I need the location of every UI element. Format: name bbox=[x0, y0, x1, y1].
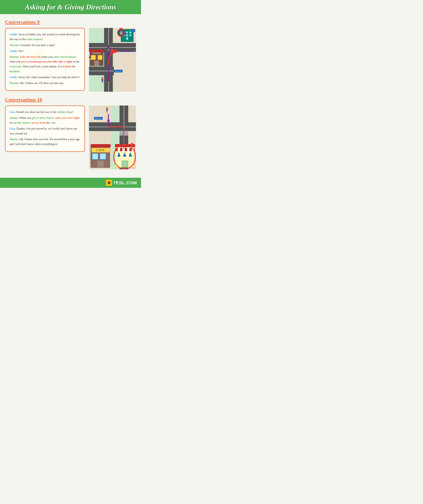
speaker-jimmy-1: Jimmy bbox=[10, 116, 18, 120]
section-9: Cindy: Sorry to bother you, but would yo… bbox=[5, 28, 136, 92]
speaker-cindy-1: Cindy bbox=[10, 33, 17, 36]
speaker-lisa-1: Lisa bbox=[10, 110, 15, 114]
footer: 🎓 7ESL.COM bbox=[0, 178, 141, 188]
cafe-window-1 bbox=[92, 153, 98, 160]
hospital-door bbox=[126, 37, 128, 40]
conv9-line-2: Martin: Certainly. Do you have a map? bbox=[10, 43, 80, 48]
footer-icon-symbol: 🎓 bbox=[107, 181, 111, 185]
zebra-crossing bbox=[119, 131, 128, 136]
restaurant-building: Restaurant 🧑 bbox=[90, 51, 103, 66]
map-1-area: + 📍 🚆 Restaurant 🧑 bbox=[89, 28, 136, 92]
conv10-line-4: Jimmy: Oh, I know how you feel. We moved… bbox=[10, 137, 80, 147]
train-circle: 🚆 bbox=[117, 29, 125, 37]
steven-st-sign-2: Steven St. bbox=[94, 117, 103, 120]
page-header: Asking for & Giving Directions bbox=[0, 0, 141, 14]
waiter-icon: 🧑 bbox=[89, 56, 92, 60]
conv10-line-3: Lisa: Thanks! I've just moved in, so I r… bbox=[10, 126, 80, 136]
conv9-line-4: Martin: Take the first left when you ent… bbox=[10, 54, 80, 74]
dash-v bbox=[108, 28, 109, 92]
main-content: 7 Conversations 9 Cindy: Sorry to bother… bbox=[0, 14, 141, 178]
conv9-line-5: Cindy: Sorry, but I don't remember. Can … bbox=[10, 75, 80, 80]
m2-dash-h bbox=[89, 127, 136, 127]
speaker-martin-1: Martin bbox=[10, 43, 18, 47]
footer-text: 7ESL.COM bbox=[113, 180, 137, 186]
cafe-window-2 bbox=[100, 153, 106, 160]
speaker-jimmy-2: Jimmy bbox=[10, 138, 18, 141]
conv9-line-6: Martin: OK. Follow me. I'll show you the… bbox=[10, 81, 80, 86]
block-bl bbox=[114, 76, 136, 92]
steven-st-sign-1: Steven St. bbox=[114, 70, 123, 72]
rest-window-2 bbox=[98, 55, 102, 60]
speaker-lisa-2: Lisa bbox=[10, 127, 15, 130]
conv9-line-3: Cindy: Yes! bbox=[10, 49, 80, 54]
rest-window-1 bbox=[91, 55, 96, 60]
clothes-shop-area: 📍 👗 👗 👗 bbox=[115, 146, 134, 168]
page-title: Asking for & Giving Directions bbox=[5, 3, 136, 11]
restaurant-sign: Restaurant bbox=[90, 52, 103, 54]
speaker-martin-3: Martin bbox=[10, 82, 18, 85]
conv10-line-2: Jimmy: When you get to Steve Street, tak… bbox=[10, 116, 80, 125]
footer-icon: 🎓 bbox=[106, 180, 112, 186]
speaker-cindy-2: Cindy bbox=[10, 49, 17, 53]
person-cindy: 🧍‍♀️ bbox=[99, 77, 106, 83]
speaker-martin-2: Martin bbox=[10, 55, 18, 59]
section-10: Lisa: Would you show me the way to the c… bbox=[5, 106, 136, 169]
footer-logo: 🎓 7ESL.COM bbox=[106, 180, 137, 186]
cafe-roof bbox=[91, 144, 111, 147]
section-10-title: Conversations 10 bbox=[5, 97, 136, 102]
map-2-area: Steven St. 🧍‍♀️ CAFE bbox=[89, 106, 136, 169]
cafe-door bbox=[97, 161, 104, 167]
dash-h-top bbox=[89, 47, 136, 48]
dest-pin: 📍 bbox=[129, 143, 135, 149]
person-lisa: 🧍‍♀️ bbox=[104, 107, 110, 113]
conv9-line-1: Cindy: Sorry to bother you, but would yo… bbox=[10, 32, 80, 42]
hospital-plus: + bbox=[132, 29, 135, 32]
conversation-box-10: Lisa: Would you show me the way to the c… bbox=[5, 106, 85, 152]
cafe-sign: CAFE bbox=[91, 148, 110, 153]
cafe-building: CAFE bbox=[91, 146, 110, 168]
conversation-box-9: Cindy: Sorry to bother you, but would yo… bbox=[5, 28, 85, 91]
conv10-line-1: Lisa: Would you show me the way to the c… bbox=[10, 110, 80, 114]
speaker-cindy-3: Cindy bbox=[10, 76, 17, 79]
rest-door bbox=[94, 61, 99, 66]
map-2: Steven St. 🧍‍♀️ CAFE bbox=[89, 106, 136, 169]
section-9-title: Conversations 9 bbox=[5, 19, 136, 25]
map-1: + 📍 🚆 Restaurant 🧑 bbox=[89, 28, 136, 92]
train-icon: 🚆 bbox=[119, 30, 123, 35]
